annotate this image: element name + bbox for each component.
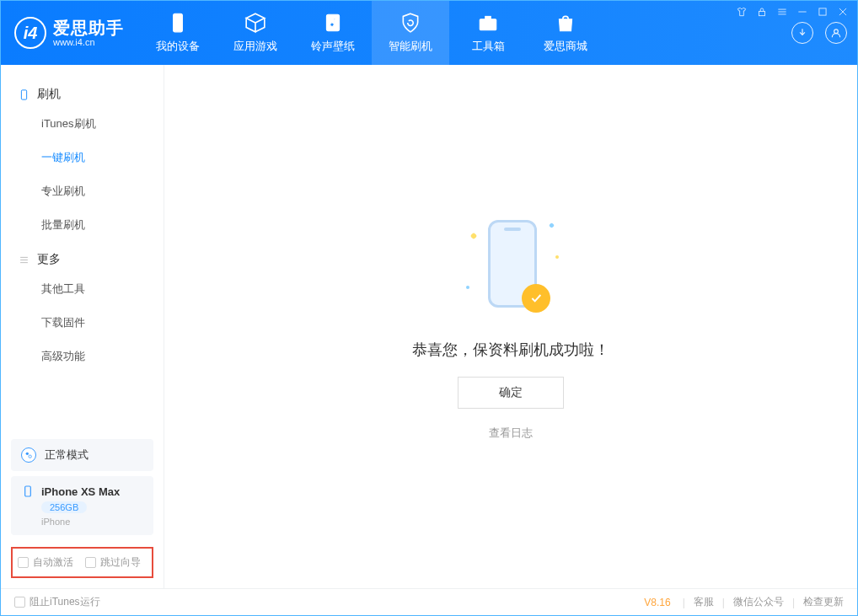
device-icon bbox=[18, 88, 30, 101]
sidebar-section-title: 刷机 bbox=[37, 87, 61, 102]
sidebar-item-itunes-flash[interactable]: iTunes刷机 bbox=[18, 107, 147, 141]
checkbox-label: 跳过向导 bbox=[100, 555, 141, 570]
phone-icon bbox=[167, 12, 189, 34]
app-name: 爱思助手 bbox=[53, 19, 124, 37]
main-content: 恭喜您，保资料刷机成功啦！ 确定 查看日志 bbox=[164, 65, 857, 588]
device-card[interactable]: iPhone XS Max 256GB iPhone bbox=[11, 476, 153, 535]
sidebar-item-pro-flash[interactable]: 专业刷机 bbox=[18, 174, 147, 208]
svg-point-9 bbox=[29, 455, 31, 458]
device-type: iPhone bbox=[41, 517, 70, 527]
svg-rect-10 bbox=[25, 486, 31, 496]
sidebar-section-title: 更多 bbox=[37, 252, 61, 267]
separator: | bbox=[722, 597, 725, 608]
device-name: iPhone XS Max bbox=[41, 485, 120, 498]
separator: | bbox=[792, 597, 795, 608]
svg-rect-7 bbox=[21, 89, 26, 99]
mode-card[interactable]: 正常模式 bbox=[11, 439, 153, 471]
maximize-button[interactable] bbox=[817, 6, 829, 18]
nav-label: 铃声壁纸 bbox=[311, 39, 355, 54]
sidebar-bottom: 正常模式 iPhone XS Max 256GB iPhone 自动激活 跳过向… bbox=[1, 434, 164, 588]
app-url: www.i4.cn bbox=[53, 37, 124, 47]
download-button[interactable] bbox=[791, 22, 813, 44]
logo-text: 爱思助手 www.i4.cn bbox=[53, 19, 124, 47]
sidebar-section-header: 刷机 bbox=[18, 87, 147, 102]
account-button[interactable] bbox=[825, 22, 847, 44]
checkbox-skip-guide[interactable]: 跳过向导 bbox=[85, 555, 141, 570]
briefcase-icon bbox=[477, 12, 499, 34]
checkbox-block-itunes[interactable]: 阻止iTunes运行 bbox=[14, 595, 100, 609]
sidebar-section-more: 更多 其他工具 下载固件 高级功能 bbox=[1, 245, 164, 377]
lock-icon[interactable] bbox=[756, 6, 768, 18]
device-icon bbox=[21, 485, 35, 498]
list-icon bbox=[18, 254, 30, 266]
sidebar-item-other-tools[interactable]: 其他工具 bbox=[18, 272, 147, 306]
window-controls bbox=[736, 6, 849, 18]
nav-store[interactable]: 爱思商城 bbox=[527, 1, 604, 65]
sidebar-section-header: 更多 bbox=[18, 252, 147, 267]
view-log-link[interactable]: 查看日志 bbox=[489, 426, 533, 441]
body: 刷机 iTunes刷机 一键刷机 专业刷机 批量刷机 更多 其他工具 下载固件 … bbox=[1, 65, 857, 588]
svg-rect-0 bbox=[174, 13, 183, 32]
checkbox-label: 自动激活 bbox=[33, 555, 73, 570]
options-row: 自动激活 跳过向导 bbox=[11, 547, 153, 578]
mode-label: 正常模式 bbox=[45, 447, 88, 463]
shield-refresh-icon bbox=[400, 12, 421, 34]
nav-apps-games[interactable]: 应用游戏 bbox=[217, 1, 294, 65]
nav-toolbox[interactable]: 工具箱 bbox=[449, 1, 527, 65]
svg-rect-5 bbox=[759, 11, 765, 15]
sidebar-item-download-firmware[interactable]: 下载固件 bbox=[18, 306, 147, 340]
cube-icon bbox=[244, 12, 266, 34]
nav-label: 我的设备 bbox=[156, 39, 200, 54]
sidebar: 刷机 iTunes刷机 一键刷机 专业刷机 批量刷机 更多 其他工具 下载固件 … bbox=[1, 65, 164, 588]
checkbox-icon bbox=[18, 557, 29, 568]
bag-icon bbox=[555, 12, 576, 34]
svg-point-8 bbox=[26, 453, 29, 455]
footer-link-update[interactable]: 检查更新 bbox=[803, 595, 844, 609]
close-button[interactable] bbox=[837, 6, 849, 18]
nav-label: 应用游戏 bbox=[233, 39, 277, 54]
success-message: 恭喜您，保资料刷机成功啦！ bbox=[412, 340, 609, 360]
version-label: V8.16 bbox=[644, 597, 670, 608]
footer-link-wechat[interactable]: 微信公众号 bbox=[733, 595, 784, 609]
success-illustration bbox=[456, 213, 566, 323]
checkbox-icon bbox=[85, 557, 96, 568]
nav-label: 工具箱 bbox=[472, 39, 505, 54]
nav-label: 智能刷机 bbox=[389, 39, 432, 54]
ok-button[interactable]: 确定 bbox=[458, 377, 564, 409]
app-logo[interactable]: i4 爱思助手 www.i4.cn bbox=[1, 1, 139, 65]
checkbox-auto-activate[interactable]: 自动激活 bbox=[18, 555, 73, 570]
main-nav: 我的设备 应用游戏 铃声壁纸 智能刷机 工具箱 爱思商城 bbox=[139, 1, 604, 65]
menu-icon[interactable] bbox=[776, 6, 788, 18]
mode-icon bbox=[21, 447, 36, 463]
sidebar-item-advanced[interactable]: 高级功能 bbox=[18, 340, 147, 373]
footer: 阻止iTunes运行 V8.16 | 客服 | 微信公众号 | 检查更新 bbox=[1, 588, 857, 615]
header: i4 爱思助手 www.i4.cn 我的设备 应用游戏 铃声壁纸 智能刷机 工具… bbox=[1, 1, 857, 65]
logo-icon: i4 bbox=[14, 17, 46, 49]
nav-ringtones-wallpapers[interactable]: 铃声壁纸 bbox=[294, 1, 372, 65]
check-badge-icon bbox=[522, 284, 550, 313]
music-file-icon bbox=[322, 12, 344, 34]
footer-link-support[interactable]: 客服 bbox=[694, 595, 714, 609]
tshirt-icon[interactable] bbox=[736, 6, 748, 18]
sidebar-item-oneclick-flash[interactable]: 一键刷机 bbox=[18, 141, 147, 174]
svg-rect-3 bbox=[485, 16, 491, 19]
device-capacity: 256GB bbox=[41, 501, 87, 513]
nav-label: 爱思商城 bbox=[544, 39, 587, 54]
separator: | bbox=[683, 597, 685, 608]
svg-point-4 bbox=[834, 29, 839, 34]
checkbox-icon bbox=[14, 597, 25, 608]
nav-smart-flash[interactable]: 智能刷机 bbox=[372, 1, 449, 65]
checkbox-label: 阻止iTunes运行 bbox=[29, 595, 100, 609]
svg-rect-6 bbox=[819, 8, 826, 15]
minimize-button[interactable] bbox=[796, 6, 808, 18]
sidebar-section-flash: 刷机 iTunes刷机 一键刷机 专业刷机 批量刷机 bbox=[1, 80, 164, 245]
sidebar-item-batch-flash[interactable]: 批量刷机 bbox=[18, 208, 147, 242]
nav-my-device[interactable]: 我的设备 bbox=[139, 1, 217, 65]
svg-rect-2 bbox=[480, 19, 496, 30]
